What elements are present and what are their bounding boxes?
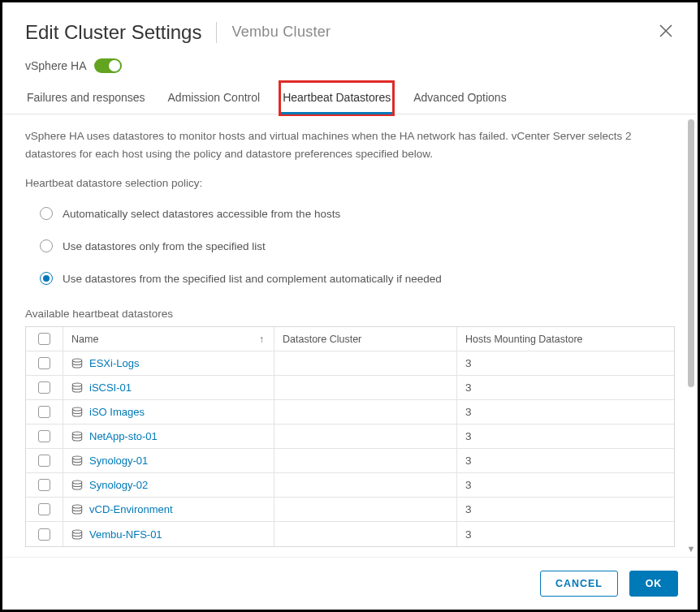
datastore-icon xyxy=(71,431,83,442)
content-scrollbar[interactable]: ▼ xyxy=(686,119,696,552)
row-checkbox-cell xyxy=(26,473,63,497)
row-cluster-cell xyxy=(274,449,457,472)
header-hosts[interactable]: Hosts Mounting Datastore xyxy=(457,327,674,351)
table-row: NetApp-sto-013 xyxy=(26,425,674,449)
row-cluster-cell xyxy=(274,425,457,448)
scroll-down-icon[interactable]: ▼ xyxy=(686,544,696,554)
datastore-link[interactable]: vCD-Environment xyxy=(89,503,173,515)
row-hosts-cell: 3 xyxy=(457,449,674,472)
radio-icon xyxy=(40,239,53,252)
datastore-link[interactable]: iSCSI-01 xyxy=(89,381,132,394)
table-row: iSCSI-013 xyxy=(26,376,674,400)
header-checkbox-cell xyxy=(26,327,63,351)
policy-option-label: Automatically select datastores accessib… xyxy=(63,208,340,220)
select-all-checkbox[interactable] xyxy=(38,333,50,345)
row-hosts-cell: 3 xyxy=(457,498,674,521)
tab-advanced-options[interactable]: Advanced Options xyxy=(412,83,508,114)
scroll-thumb[interactable] xyxy=(688,119,694,387)
table-row: vCD-Environment3 xyxy=(26,498,674,522)
svg-point-4 xyxy=(72,407,81,411)
datastore-link[interactable]: Vembu-NFS-01 xyxy=(89,528,162,541)
row-checkbox[interactable] xyxy=(38,406,50,418)
row-cluster-cell xyxy=(274,473,457,497)
datastore-link[interactable]: ESXi-Logs xyxy=(89,357,139,369)
header-name-label: Name xyxy=(71,334,98,345)
row-cluster-cell xyxy=(274,376,457,399)
row-checkbox[interactable] xyxy=(38,381,50,394)
policy-option-label: Use datastores only from the specified l… xyxy=(63,240,266,252)
row-checkbox-cell xyxy=(26,376,63,399)
policy-option-complement[interactable]: Use datastores from the specified list a… xyxy=(25,267,675,300)
dialog-footer: CANCEL OK xyxy=(2,557,698,610)
close-button[interactable] xyxy=(655,20,676,44)
datastore-icon xyxy=(71,455,83,466)
row-name-cell: iSCSI-01 xyxy=(63,376,274,399)
svg-point-2 xyxy=(72,359,81,362)
row-checkbox-cell xyxy=(26,449,63,472)
header-name[interactable]: Name ↑ xyxy=(63,327,274,351)
svg-point-5 xyxy=(72,432,81,435)
vsphere-ha-toggle[interactable] xyxy=(94,58,122,73)
tab-bar: Failures and responses Admission Control… xyxy=(2,83,698,114)
datastore-table: Name ↑ Datastore Cluster Hosts Mounting … xyxy=(25,326,675,547)
dialog-title: Edit Cluster Settings xyxy=(25,21,201,44)
row-cluster-cell xyxy=(274,351,457,375)
radio-icon xyxy=(40,272,53,285)
row-checkbox[interactable] xyxy=(38,528,50,541)
available-datastores-label: Available heartbeat datastores xyxy=(25,308,675,320)
row-name-cell: NetApp-sto-01 xyxy=(63,425,274,448)
title-separator xyxy=(216,22,217,43)
row-checkbox[interactable] xyxy=(38,357,50,369)
svg-point-7 xyxy=(72,481,81,484)
vsphere-ha-row: vSphere HA xyxy=(2,50,698,83)
datastore-icon xyxy=(71,382,83,393)
cluster-name: Vembu Cluster xyxy=(231,24,331,41)
cancel-button[interactable]: CANCEL xyxy=(540,571,618,597)
content: vSphere HA uses datastores to monitor ho… xyxy=(2,114,698,555)
ok-button[interactable]: OK xyxy=(629,571,678,597)
table-row: Vembu-NFS-013 xyxy=(26,522,674,546)
row-hosts-cell: 3 xyxy=(457,351,674,375)
table-header: Name ↑ Datastore Cluster Hosts Mounting … xyxy=(26,327,674,351)
tab-failures-responses[interactable]: Failures and responses xyxy=(25,83,147,114)
table-row: iSO Images3 xyxy=(26,400,674,425)
svg-point-9 xyxy=(72,530,81,533)
row-hosts-cell: 3 xyxy=(457,376,674,399)
table-row: Synology-023 xyxy=(26,473,674,498)
tab-admission-control[interactable]: Admission Control xyxy=(166,83,262,114)
datastore-icon xyxy=(71,407,83,417)
datastore-icon xyxy=(71,480,83,490)
policy-option-label: Use datastores from the specified list a… xyxy=(63,273,442,285)
dialog-frame: Edit Cluster Settings Vembu Cluster vSph… xyxy=(0,0,700,612)
row-checkbox-cell xyxy=(26,522,63,546)
policy-option-list-only[interactable]: Use datastores only from the specified l… xyxy=(25,235,675,267)
table-row: ESXi-Logs3 xyxy=(26,351,674,376)
datastore-link[interactable]: NetApp-sto-01 xyxy=(89,430,158,442)
table-body: ESXi-Logs3iSCSI-013iSO Images3NetApp-sto… xyxy=(26,351,674,546)
policy-option-auto[interactable]: Automatically select datastores accessib… xyxy=(25,202,675,235)
svg-point-6 xyxy=(72,456,81,459)
row-checkbox-cell xyxy=(26,498,63,521)
datastore-link[interactable]: Synology-01 xyxy=(89,455,148,467)
datastore-link[interactable]: Synology-02 xyxy=(89,479,148,491)
header-cluster[interactable]: Datastore Cluster xyxy=(274,327,457,351)
row-hosts-cell: 3 xyxy=(457,400,674,424)
datastore-icon xyxy=(71,529,83,540)
row-checkbox[interactable] xyxy=(38,455,50,467)
tab-heartbeat-datastores[interactable]: Heartbeat Datastores xyxy=(281,83,392,114)
radio-icon xyxy=(40,207,53,220)
datastore-icon xyxy=(71,358,83,368)
row-cluster-cell xyxy=(274,400,457,424)
row-cluster-cell xyxy=(274,498,457,521)
row-name-cell: iSO Images xyxy=(63,400,274,424)
row-checkbox[interactable] xyxy=(38,479,50,491)
row-checkbox-cell xyxy=(26,425,63,448)
table-row: Synology-013 xyxy=(26,449,674,473)
row-hosts-cell: 3 xyxy=(457,425,674,448)
row-checkbox[interactable] xyxy=(38,503,50,515)
row-name-cell: Synology-01 xyxy=(63,449,274,472)
svg-point-3 xyxy=(72,383,81,386)
row-checkbox[interactable] xyxy=(38,430,50,442)
svg-point-8 xyxy=(72,505,81,508)
datastore-link[interactable]: iSO Images xyxy=(89,406,145,418)
